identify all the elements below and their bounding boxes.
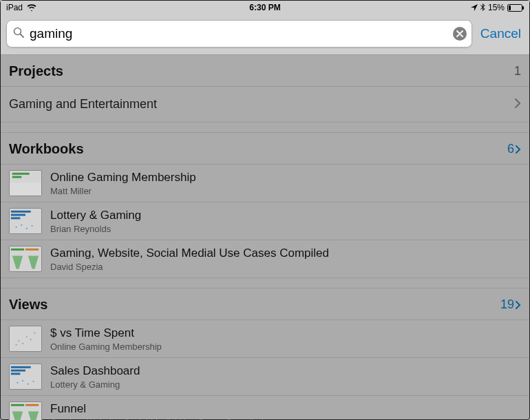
svg-rect-5 bbox=[12, 173, 30, 175]
view-thumbnail bbox=[9, 401, 42, 420]
workbook-author: David Spezia bbox=[50, 262, 521, 272]
svg-point-22 bbox=[34, 332, 35, 333]
section-count-workbooks[interactable]: 6 bbox=[507, 142, 521, 156]
workbook-row[interactable]: Online Gaming Membership Matt Miller bbox=[1, 165, 529, 202]
svg-rect-15 bbox=[11, 249, 24, 251]
workbook-thumbnail bbox=[9, 208, 42, 234]
svg-rect-8 bbox=[11, 211, 31, 213]
svg-point-28 bbox=[28, 384, 29, 385]
svg-rect-24 bbox=[11, 370, 25, 372]
search-row: Cancel bbox=[1, 14, 529, 55]
chevron-right-icon bbox=[516, 301, 521, 309]
cancel-button[interactable]: Cancel bbox=[479, 26, 522, 41]
device-label: iPad bbox=[6, 3, 23, 12]
view-row[interactable]: Funnel Gaming, Website, Social Medial Us… bbox=[1, 396, 529, 420]
section-header-projects: Projects 1 bbox=[1, 55, 529, 87]
section-title: Views bbox=[9, 297, 47, 313]
location-icon bbox=[471, 4, 478, 11]
chevron-right-icon bbox=[515, 97, 521, 112]
workbook-thumbnail bbox=[9, 170, 42, 196]
section-header-views[interactable]: Views 19 bbox=[1, 288, 529, 320]
battery-percent: 15% bbox=[488, 3, 505, 12]
view-subtitle: Lottery & Gaming bbox=[50, 379, 521, 390]
project-row[interactable]: Gaming and Entertainment bbox=[1, 87, 529, 123]
svg-point-20 bbox=[26, 336, 28, 337]
battery-icon bbox=[507, 4, 524, 12]
svg-point-13 bbox=[26, 228, 28, 229]
view-subtitle: Gaming, Website, Social Medial Use Cases… bbox=[50, 417, 521, 421]
svg-rect-16 bbox=[25, 249, 39, 251]
section-header-workbooks[interactable]: Workbooks 6 bbox=[1, 132, 529, 165]
svg-point-27 bbox=[22, 380, 23, 381]
svg-point-11 bbox=[16, 227, 17, 228]
svg-rect-2 bbox=[522, 6, 524, 10]
section-title: Workbooks bbox=[9, 141, 84, 157]
svg-point-21 bbox=[30, 339, 32, 340]
svg-point-17 bbox=[15, 344, 17, 346]
status-left: iPad bbox=[6, 3, 177, 12]
svg-point-14 bbox=[32, 225, 33, 227]
wifi-icon bbox=[27, 4, 36, 11]
svg-point-29 bbox=[33, 381, 34, 382]
svg-point-19 bbox=[22, 343, 23, 344]
svg-line-4 bbox=[21, 34, 24, 38]
svg-rect-25 bbox=[11, 372, 20, 375]
chevron-right-icon bbox=[516, 145, 521, 154]
close-icon bbox=[456, 30, 463, 37]
view-thumbnail bbox=[9, 326, 42, 352]
svg-point-18 bbox=[18, 340, 19, 342]
workbook-author: Brian Reynolds bbox=[50, 224, 521, 234]
search-field[interactable] bbox=[6, 20, 472, 48]
svg-rect-7 bbox=[10, 182, 41, 196]
svg-rect-31 bbox=[25, 404, 39, 406]
status-bar: iPad 6:30 PM 15% bbox=[1, 1, 529, 14]
search-icon bbox=[13, 27, 24, 41]
workbook-title: Online Gaming Membership bbox=[50, 171, 521, 185]
workbook-title: Gaming, Website, Social Medial Use Cases… bbox=[50, 246, 521, 260]
workbook-author: Matt Miller bbox=[50, 186, 521, 196]
svg-rect-6 bbox=[12, 176, 21, 178]
view-title: Sales Dashboard bbox=[50, 364, 521, 378]
project-title: Gaming and Entertainment bbox=[9, 97, 157, 112]
view-row[interactable]: $ vs Time Spent Online Gaming Membership bbox=[1, 320, 529, 358]
workbook-thumbnail bbox=[9, 246, 42, 272]
section-title: Projects bbox=[9, 63, 63, 79]
bluetooth-icon bbox=[480, 3, 485, 12]
view-title: Funnel bbox=[50, 402, 521, 416]
svg-rect-1 bbox=[509, 6, 511, 10]
view-title: $ vs Time Spent bbox=[50, 326, 521, 340]
section-count-views[interactable]: 19 bbox=[500, 297, 521, 312]
workbook-title: Lottery & Gaming bbox=[50, 209, 521, 222]
status-time: 6:30 PM bbox=[177, 3, 353, 12]
clear-search-button[interactable] bbox=[453, 27, 467, 41]
workbook-row[interactable]: Gaming, Website, Social Medial Use Cases… bbox=[1, 240, 529, 278]
search-input[interactable] bbox=[30, 26, 447, 41]
svg-point-12 bbox=[21, 224, 22, 226]
view-thumbnail bbox=[9, 364, 42, 390]
view-subtitle: Online Gaming Membership bbox=[50, 342, 521, 352]
svg-point-26 bbox=[17, 382, 19, 384]
svg-rect-9 bbox=[11, 214, 25, 216]
svg-rect-10 bbox=[11, 217, 20, 219]
status-right: 15% bbox=[353, 3, 524, 12]
workbook-row[interactable]: Lottery & Gaming Brian Reynolds bbox=[1, 202, 529, 240]
svg-rect-30 bbox=[11, 404, 24, 406]
view-row[interactable]: Sales Dashboard Lottery & Gaming bbox=[1, 358, 529, 396]
svg-rect-23 bbox=[11, 366, 31, 368]
section-count-projects: 1 bbox=[514, 64, 521, 78]
